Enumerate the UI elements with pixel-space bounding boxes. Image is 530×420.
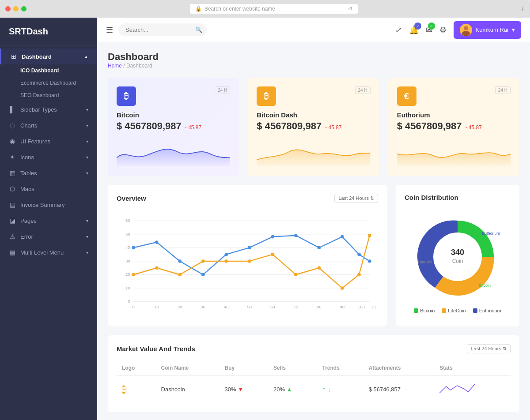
bitcoin-legend-dot bbox=[414, 308, 418, 313]
bitcoin-dash-change: - 45.87 bbox=[325, 124, 341, 131]
buy-value: 30% bbox=[225, 386, 236, 393]
sidebar-arrow-tables: ▾ bbox=[86, 171, 88, 176]
main-area: ☰ 🔍 ⤢ 🔔 2 ✉ 3 ⚙ bbox=[97, 18, 530, 420]
sells-value: 20% bbox=[273, 386, 285, 393]
close-button[interactable] bbox=[5, 6, 11, 11]
sidebar-arrow-types: ▾ bbox=[86, 107, 88, 112]
sidebar-item-dashboard[interactable]: ⊞ Dashboard ▲ bbox=[0, 49, 97, 64]
svg-point-42 bbox=[178, 273, 182, 277]
bitcoin-dash-chart bbox=[257, 136, 370, 167]
resize-icon: ⤢ bbox=[395, 26, 402, 34]
overview-chart-card: Overview Last 24 Hours ⇅ 60 bbox=[108, 185, 387, 326]
col-sells: Sells bbox=[268, 360, 317, 376]
sidebar-label-invoice: Invoice Summary bbox=[20, 202, 88, 208]
litecoin-legend-label: LiteCoin bbox=[448, 308, 466, 313]
notifications-badge: 2 bbox=[414, 22, 421, 30]
svg-text:Bitcoin: Bitcoin bbox=[479, 283, 491, 288]
sidebar-item-icons[interactable]: ✦ Icons ▾ bbox=[0, 149, 97, 165]
svg-point-33 bbox=[248, 246, 251, 250]
overview-filter[interactable]: Last 24 Hours ⇅ bbox=[334, 194, 378, 203]
sidebar-arrow-multilevel: ▾ bbox=[86, 250, 88, 255]
traffic-lights bbox=[5, 6, 26, 11]
sidebar-item-charts[interactable]: ◌ Charts ▾ bbox=[0, 117, 97, 133]
ui-features-icon: ◉ bbox=[9, 138, 16, 145]
invoice-icon: ▤ bbox=[9, 201, 16, 208]
sidebar-arrow-pages: ▾ bbox=[86, 218, 88, 223]
sidebar-item-maps[interactable]: ⬡ Maps bbox=[0, 181, 97, 197]
svg-text:60: 60 bbox=[125, 218, 130, 223]
sidebar-item-ui-features[interactable]: ◉ UI Features ▾ bbox=[0, 133, 97, 149]
sidebar-label-tables: Tables bbox=[20, 170, 82, 176]
svg-point-36 bbox=[318, 246, 321, 250]
lock-icon: 🔒 bbox=[195, 6, 202, 12]
svg-text:30: 30 bbox=[201, 304, 205, 309]
svg-point-30 bbox=[178, 259, 182, 263]
market-table-filter[interactable]: Last 24 Hours ⇅ bbox=[467, 344, 511, 353]
market-table-header: Market Value And Trends Last 24 Hours ⇅ bbox=[117, 344, 511, 353]
svg-text:10: 10 bbox=[125, 285, 130, 290]
icons-icon: ✦ bbox=[9, 154, 16, 161]
sidebar-arrow-icons: ▾ bbox=[86, 155, 88, 160]
svg-text:50: 50 bbox=[247, 304, 252, 309]
sidebar-item-multilevel[interactable]: ▤ Multi Level Menu ▾ bbox=[0, 244, 97, 260]
sidebar-label-maps: Maps bbox=[20, 186, 88, 192]
svg-text:100: 100 bbox=[358, 304, 365, 309]
sparkline-chart bbox=[439, 382, 475, 395]
tables-icon: ▦ bbox=[9, 169, 16, 176]
notifications-btn[interactable]: 🔔 2 bbox=[409, 25, 419, 35]
bitcoin-dash-icon: ₿ bbox=[257, 86, 276, 106]
sidebar-label-ui-features: UI Features bbox=[20, 138, 82, 145]
market-data-table: Logo Coin Name Buy Sells Trends Attachme… bbox=[117, 360, 511, 403]
svg-text:30: 30 bbox=[125, 259, 130, 263]
svg-point-32 bbox=[224, 253, 228, 256]
svg-text:60: 60 bbox=[270, 304, 275, 309]
dashboard-icon: ⊞ bbox=[10, 53, 17, 60]
new-tab-icon[interactable]: + bbox=[521, 5, 525, 12]
sidebar-item-pages[interactable]: ◪ Pages ▾ bbox=[0, 213, 97, 229]
bitcoin-badge: 24 H bbox=[215, 86, 230, 94]
sidebar-sub-seo[interactable]: SEO Dashboard bbox=[20, 89, 97, 101]
svg-text:Coin: Coin bbox=[452, 258, 463, 264]
cell-attachments: $ 56746,857 bbox=[363, 376, 435, 403]
svg-point-39 bbox=[368, 259, 371, 263]
svg-point-28 bbox=[132, 246, 135, 250]
col-stats: Stats bbox=[434, 360, 511, 376]
search-input[interactable] bbox=[125, 26, 192, 33]
user-menu-btn[interactable]: Kumkum Rai ▾ bbox=[454, 21, 521, 39]
col-buy: Buy bbox=[220, 360, 268, 376]
sidebar-label-dashboard: Dashboard bbox=[22, 53, 80, 60]
minimize-button[interactable] bbox=[13, 6, 19, 11]
breadcrumb-home[interactable]: Home bbox=[108, 63, 122, 69]
settings-btn[interactable]: ⚙ bbox=[439, 25, 447, 35]
sidebar-sub-ecommerce[interactable]: Ecommerce Dashboard bbox=[20, 77, 97, 89]
sidebar-sub-ico[interactable]: ICO Dashboard bbox=[20, 64, 97, 77]
resize-icon-btn[interactable]: ⤢ bbox=[395, 25, 402, 35]
svg-text:40: 40 bbox=[125, 245, 130, 250]
maximize-button[interactable] bbox=[21, 6, 26, 11]
sidebar-item-invoice[interactable]: ▤ Invoice Summary bbox=[0, 197, 97, 213]
sells-trend-icon: ▲ bbox=[287, 386, 292, 393]
page-title: Dashboard bbox=[108, 51, 159, 63]
sidebar-item-error[interactable]: ⚠ Error ▾ bbox=[0, 229, 97, 244]
bitcoin-dash-value: $ 4567809,987 bbox=[257, 120, 322, 132]
overview-svg: 60 50 40 30 20 10 0 0 10 20 30 40 50 bbox=[117, 210, 378, 311]
donut-chart: 340 Coin Euthorium LiteCoin Bitcoin bbox=[413, 213, 502, 301]
stat-card-euthorium: € 24 H Euthorium $ 4567809,987 - 45.87 bbox=[388, 78, 519, 176]
sidebar-item-tables[interactable]: ▦ Tables ▾ bbox=[0, 165, 97, 181]
sidebar-item-sidebar-types[interactable]: ▌ Sidebar Types ▾ bbox=[0, 101, 97, 117]
messages-btn[interactable]: ✉ 3 bbox=[426, 25, 432, 35]
sidebar-types-icon: ▌ bbox=[9, 106, 16, 113]
sidebar-arrow-error: ▾ bbox=[86, 234, 88, 239]
euthorium-badge: 24 H bbox=[495, 86, 511, 94]
stat-card-bitcoin: ₿ 24 H Bitcoin $ 4567809,987 - 45.87 bbox=[108, 78, 239, 176]
svg-text:70: 70 bbox=[294, 304, 299, 309]
svg-point-29 bbox=[155, 240, 159, 244]
reload-icon: ↺ bbox=[348, 6, 352, 12]
trend-down-arrow: ↓ bbox=[327, 386, 331, 394]
address-input[interactable]: 🔒 Search or enter website name ↺ bbox=[190, 4, 358, 14]
euthorium-value: $ 4567809,987 bbox=[397, 120, 462, 132]
multilevel-icon: ▤ bbox=[9, 249, 16, 256]
breadcrumb-current: Dashboard bbox=[126, 63, 152, 69]
menu-toggle-icon[interactable]: ☰ bbox=[106, 25, 113, 35]
cell-stats bbox=[434, 376, 511, 403]
